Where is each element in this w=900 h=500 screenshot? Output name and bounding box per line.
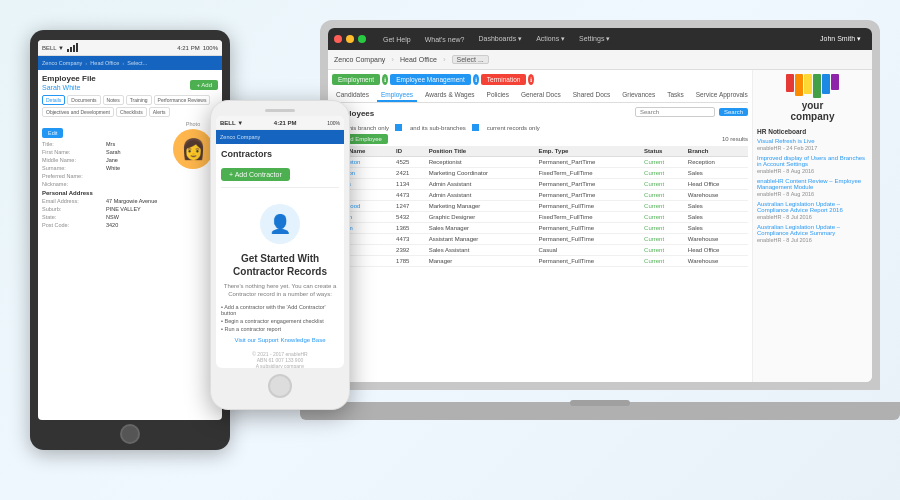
noticeboard-item[interactable]: Improved display of Users and Branches i… bbox=[757, 155, 868, 174]
emp-id: 1785 bbox=[393, 256, 426, 267]
tablet-tab-performance[interactable]: Performance Reviews bbox=[154, 95, 211, 105]
table-row[interactable]: Watson 2421 Marketing Coordinator FixedT… bbox=[332, 168, 748, 179]
tablet-nav-select[interactable]: Select... bbox=[127, 60, 147, 66]
noticeboard-item[interactable]: Visual Refresh is Live enableHR - 24 Feb… bbox=[757, 138, 868, 151]
toolbar-company[interactable]: Zenco Company bbox=[334, 56, 385, 63]
sub-tab-grievances[interactable]: Grievances bbox=[618, 89, 659, 102]
tablet-add-button[interactable]: + Add bbox=[190, 80, 218, 90]
current-records-checkbox[interactable] bbox=[472, 124, 479, 131]
tablet-nav-company[interactable]: Zenco Company bbox=[42, 60, 82, 66]
emp-status: Current bbox=[641, 201, 685, 212]
sub-tab-policies[interactable]: Policies bbox=[483, 89, 513, 102]
nav-user[interactable]: John Smith ▾ bbox=[815, 34, 866, 44]
tablet-tab-documents[interactable]: Documents bbox=[67, 95, 100, 105]
nav-dashboards[interactable]: Dashboards ▾ bbox=[473, 34, 527, 44]
laptop-base bbox=[300, 402, 900, 420]
emp-mgmt-info-icon: ℹ bbox=[473, 74, 479, 85]
table-row[interactable]: Jones 1134 Admin Assistant Permanent_Par… bbox=[332, 179, 748, 190]
emp-branch: Head Office bbox=[685, 245, 748, 256]
tab-termination[interactable]: Termination bbox=[481, 74, 527, 85]
phone-navbar: Zenco Company bbox=[216, 130, 344, 144]
sub-tab-employees[interactable]: Employees bbox=[377, 89, 417, 102]
tablet-field-firstname: First Name: Sarah bbox=[42, 149, 164, 155]
laptop-nav-right: John Smith ▾ bbox=[815, 34, 866, 44]
minimize-btn-icon[interactable] bbox=[346, 35, 354, 43]
tablet-screen: BELL ▼ 4:21 PM 100% Zenco Company › Head… bbox=[38, 40, 222, 420]
tablet-tab-objectives[interactable]: Objectives and Development bbox=[42, 107, 114, 117]
emp-position: Graphic Designer bbox=[426, 212, 536, 223]
tab-employment[interactable]: Employment bbox=[332, 74, 380, 85]
table-row[interactable]: Stapleton 4525 Receptionist Permanent_Pa… bbox=[332, 157, 748, 168]
notice-item-title[interactable]: Improved display of Users and Branches i… bbox=[757, 155, 868, 167]
search-input[interactable] bbox=[635, 107, 715, 117]
nav-whats-new[interactable]: What's new? bbox=[420, 35, 470, 44]
sub-tab-tasks[interactable]: Tasks bbox=[663, 89, 688, 102]
table-row[interactable]: Smith 4473 Assistant Manager Permanent_F… bbox=[332, 234, 748, 245]
col-emp-type[interactable]: Emp. Type bbox=[536, 146, 642, 157]
noticeboard-item[interactable]: Australian Legislation Update – Complian… bbox=[757, 201, 868, 220]
phone-body: BELL ▼ 4:21 PM 100% Zenco Company Contra… bbox=[210, 100, 350, 410]
noticeboard-item[interactable]: Australian Legislation Update – Complian… bbox=[757, 224, 868, 243]
tablet-nav-branch[interactable]: Head Office bbox=[90, 60, 119, 66]
phone-body-text: There's nothing here yet. You can create… bbox=[221, 282, 339, 299]
toolbar-branch[interactable]: Head Office bbox=[400, 56, 437, 63]
tablet-edit-button[interactable]: Edit bbox=[42, 128, 63, 138]
logo-text: your company bbox=[757, 100, 868, 122]
notice-item-title[interactable]: Australian Legislation Update – Complian… bbox=[757, 201, 868, 213]
table-row[interactable]: White 2392 Sales Assistant Casual Curren… bbox=[332, 245, 748, 256]
tablet-home-button[interactable] bbox=[120, 424, 140, 444]
tablet-tab-training[interactable]: Training bbox=[126, 95, 152, 105]
nav-actions[interactable]: Actions ▾ bbox=[531, 34, 570, 44]
phone-time: 4:21 PM bbox=[274, 120, 297, 126]
toolbar-select[interactable]: Select ... bbox=[452, 55, 489, 64]
signal-bar-3 bbox=[73, 45, 75, 52]
laptop-nav: Get Help What's new? Dashboards ▾ Action… bbox=[378, 34, 811, 44]
noticeboard-item[interactable]: enableHR Content Review – Employee Manag… bbox=[757, 178, 868, 197]
sub-tab-awards[interactable]: Awards & Wages bbox=[421, 89, 479, 102]
notice-item-title[interactable]: Visual Refresh is Live bbox=[757, 138, 868, 144]
nav-help[interactable]: Get Help bbox=[378, 35, 416, 44]
tablet-tab-details[interactable]: Details bbox=[42, 95, 65, 105]
sub-tab-general-docs[interactable]: General Docs bbox=[517, 89, 565, 102]
nav-settings[interactable]: Settings ▾ bbox=[574, 34, 615, 44]
phone-add-contractor-button[interactable]: + Add Contractor bbox=[221, 168, 290, 181]
sub-tab-service-approvals[interactable]: Service Approvals bbox=[692, 89, 752, 102]
tablet-field-surname: Surname: White bbox=[42, 165, 164, 171]
emp-type: Permanent_PartTime bbox=[536, 190, 642, 201]
emp-id: 2392 bbox=[393, 245, 426, 256]
emp-branch: Sales bbox=[685, 223, 748, 234]
tablet-nav-sep2: › bbox=[122, 60, 124, 66]
col-id[interactable]: ID bbox=[393, 146, 426, 157]
tab-employee-mgmt[interactable]: Employee Management bbox=[390, 74, 471, 85]
tablet-tab-checklists[interactable]: Checklists bbox=[116, 107, 147, 117]
notice-item-title[interactable]: enableHR Content Review – Employee Manag… bbox=[757, 178, 868, 190]
table-row[interactable]: Brown 5432 Graphic Designer FixedTerm_Fu… bbox=[332, 212, 748, 223]
table-row[interactable]: Dunn 1785 Manager Permanent_FullTime Cur… bbox=[332, 256, 748, 267]
col-status[interactable]: Status bbox=[641, 146, 685, 157]
tablet-tab-alerts[interactable]: Alerts bbox=[149, 107, 170, 117]
maximize-btn-icon[interactable] bbox=[358, 35, 366, 43]
tablet-ef-name[interactable]: Sarah White bbox=[42, 84, 96, 91]
col-branch[interactable]: Branch bbox=[685, 146, 748, 157]
table-row[interactable]: Hamm 1365 Sales Manager Permanent_FullTi… bbox=[332, 223, 748, 234]
logo-color-red bbox=[786, 74, 794, 92]
tablet-signal bbox=[67, 43, 78, 52]
table-row[interactable]: Bell 4473 Admin Assistant Permanent_Part… bbox=[332, 190, 748, 201]
notice-item-title[interactable]: Australian Legislation Update – Complian… bbox=[757, 224, 868, 236]
phone-nav-company[interactable]: Zenco Company bbox=[220, 134, 260, 140]
laptop-screen: Get Help What's new? Dashboards ▾ Action… bbox=[328, 28, 872, 382]
signal-bar-4 bbox=[76, 43, 78, 52]
phone-home-button[interactable] bbox=[268, 374, 292, 398]
sub-tab-shared-docs[interactable]: Shared Docs bbox=[569, 89, 615, 102]
search-button[interactable]: Search bbox=[719, 108, 748, 116]
sub-branches-checkbox[interactable] bbox=[395, 124, 402, 131]
tablet-field-suburb: Suburb: PINE VALLEY bbox=[42, 206, 164, 212]
tablet-time: 4:21 PM bbox=[177, 45, 199, 51]
col-position[interactable]: Position Title bbox=[426, 146, 536, 157]
tablet-tab-notes[interactable]: Notes bbox=[103, 95, 124, 105]
laptop-body: Get Help What's new? Dashboards ▾ Action… bbox=[320, 20, 880, 390]
toolbar-sep-1: › bbox=[391, 55, 394, 64]
table-row[interactable]: Smithood 1247 Marketing Manager Permanen… bbox=[332, 201, 748, 212]
phone-support-link[interactable]: Visit our Support Knowledge Base bbox=[221, 337, 339, 343]
close-btn-icon[interactable] bbox=[334, 35, 342, 43]
